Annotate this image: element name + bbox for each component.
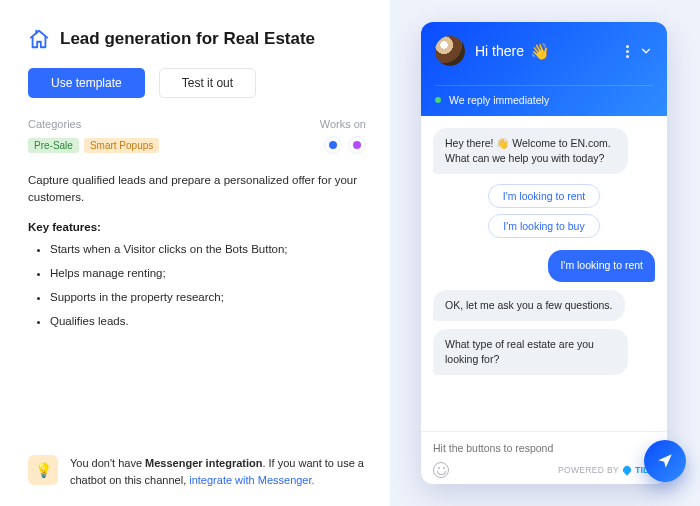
template-description: Capture qualified leads and prepare a pe…	[28, 172, 366, 207]
list-item: Helps manage renting;	[50, 265, 366, 281]
list-item: Supports in the property research;	[50, 289, 366, 305]
more-options-icon[interactable]	[626, 45, 629, 58]
page-title: Lead generation for Real Estate	[60, 29, 315, 49]
bot-message: Hey there! 👋 Welcome to EN.com. What can…	[433, 128, 628, 174]
list-item: Qualifies leads.	[50, 313, 366, 329]
integrate-messenger-link[interactable]: integrate with Messenger.	[189, 474, 314, 486]
wave-icon: 👋	[530, 42, 550, 61]
tag-pre-sale: Pre-Sale	[28, 138, 79, 153]
categories-label: Categories	[28, 118, 81, 130]
key-features-list: Starts when a Visitor clicks on the Bots…	[28, 241, 366, 337]
works-on-label: Works on	[320, 118, 366, 130]
category-tags: Pre-Sale Smart Popups	[28, 138, 159, 153]
use-template-button[interactable]: Use template	[28, 68, 145, 98]
emoji-icon[interactable]	[433, 462, 449, 478]
user-message: I'm looking to rent	[548, 250, 655, 281]
quick-replies: I'm looking to rent I'm looking to buy	[433, 184, 655, 238]
tidio-logo-icon	[621, 464, 632, 475]
chat-input[interactable]	[433, 442, 659, 454]
channel-icons	[324, 136, 366, 154]
chat-input-area: POWERED BY TIDIO	[421, 431, 667, 484]
chat-widget: Hi there 👋 We reply immediately	[421, 22, 667, 484]
notice-text-prefix: You don't have	[70, 457, 145, 469]
quick-reply-buy[interactable]: I'm looking to buy	[488, 214, 599, 238]
reply-status: We reply immediately	[435, 85, 653, 106]
test-it-out-button[interactable]: Test it out	[159, 68, 256, 98]
chat-body: Hey there! 👋 Welcome to EN.com. What can…	[421, 116, 667, 431]
chat-greeting-text: Hi there	[475, 43, 524, 59]
chevron-down-icon[interactable]	[639, 44, 653, 58]
notice-text-bold: Messenger integration	[145, 457, 262, 469]
house-icon	[28, 28, 50, 50]
bot-message: OK, let me ask you a few questions.	[433, 290, 625, 321]
tag-smart-popups: Smart Popups	[84, 138, 159, 153]
quick-reply-rent[interactable]: I'm looking to rent	[488, 184, 601, 208]
list-item: Starts when a Visitor clicks on the Bots…	[50, 241, 366, 257]
chat-header: Hi there 👋 We reply immediately	[421, 22, 667, 116]
bot-message: What type of real estate are you looking…	[433, 329, 628, 375]
messenger-notice: 💡 You don't have Messenger integration. …	[28, 441, 366, 488]
reply-status-text: We reply immediately	[449, 94, 549, 106]
send-button[interactable]	[644, 440, 686, 482]
chat-greeting: Hi there 👋	[475, 42, 616, 61]
notice-text: You don't have Messenger integration. If…	[70, 455, 366, 488]
messenger-channel-icon	[348, 136, 366, 154]
avatar	[435, 36, 465, 66]
online-dot-icon	[435, 97, 441, 103]
key-features-heading: Key features:	[28, 221, 366, 233]
chat-channel-icon	[324, 136, 342, 154]
powered-by-label: POWERED BY	[558, 465, 619, 475]
lightbulb-icon: 💡	[28, 455, 58, 485]
